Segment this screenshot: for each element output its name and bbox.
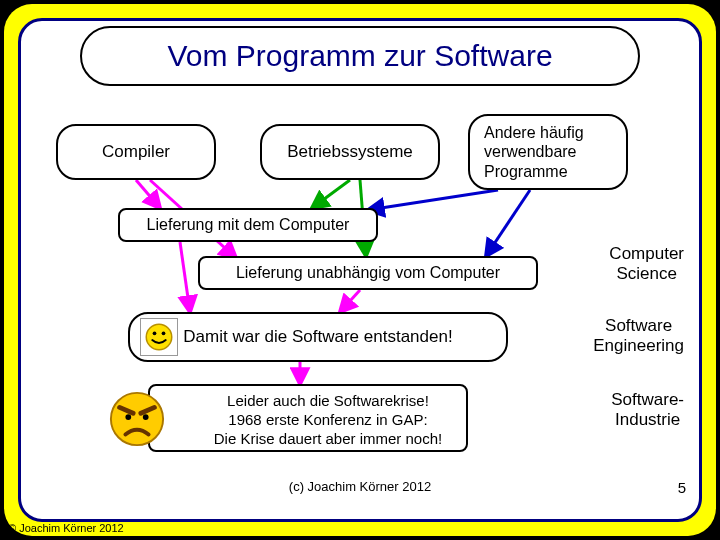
box-other-programs: Andere häufig verwendbare Programme	[468, 114, 628, 190]
box-os: Betriebssysteme	[260, 124, 440, 180]
smiley-icon	[140, 318, 178, 356]
box-delivery-independent: Lieferung unabhängig vom Computer	[198, 256, 538, 290]
slide-title: Vom Programm zur Software	[80, 26, 640, 86]
label-software-engineering: SoftwareEngineering	[593, 316, 684, 357]
copyright-footer: © Joachim Körner 2012	[8, 522, 124, 534]
svg-point-14	[143, 414, 149, 420]
svg-point-12	[111, 393, 163, 445]
label-software-industry: Software-Industrie	[611, 390, 684, 431]
svg-point-13	[125, 414, 131, 420]
page-number: 5	[678, 479, 686, 496]
box-software-born: Damit war die Software entstanden!	[128, 312, 508, 362]
label-computer-science: ComputerScience	[609, 244, 684, 285]
svg-point-10	[153, 331, 157, 335]
copyright-center: (c) Joachim Körner 2012	[289, 479, 431, 494]
svg-point-9	[146, 324, 172, 350]
angry-icon	[108, 390, 166, 448]
box-software-crisis: Leider auch die Softwarekrise!1968 erste…	[148, 384, 468, 452]
box-delivery-with: Lieferung mit dem Computer	[118, 208, 378, 242]
svg-point-11	[162, 331, 166, 335]
box-compiler: Compiler	[56, 124, 216, 180]
box-software-born-text: Damit war die Software entstanden!	[183, 327, 452, 347]
